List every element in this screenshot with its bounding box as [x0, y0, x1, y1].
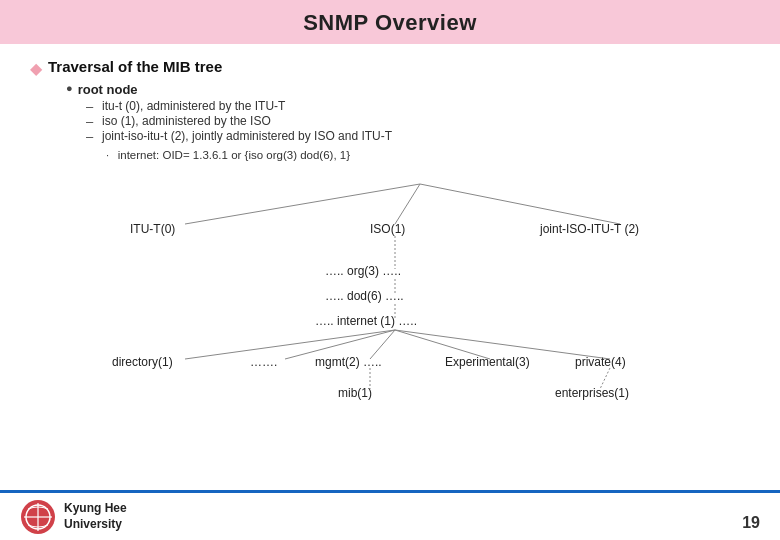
svg-line-1	[395, 184, 420, 224]
tree-node-dots: …….	[250, 355, 277, 369]
root-node-label: root node	[78, 82, 138, 97]
main-bullet: ◆ Traversal of the MIB tree	[30, 58, 750, 78]
tree-diagram: ITU-T(0) ISO(1) joint-ISO-ITU-T (2) ….. …	[30, 172, 750, 402]
tree-node-ent: enterprises(1)	[555, 386, 629, 400]
tree-node-joint: joint-ISO-ITU-T (2)	[540, 222, 639, 236]
university-name: Kyung HeeUniversity	[64, 501, 127, 532]
tree-node-org: ….. org(3) …..	[325, 264, 401, 278]
tree-node-mgmt: mgmt(2) …..	[315, 355, 382, 369]
root-node-item: ● root node	[66, 82, 750, 97]
root-bullet-dot: ●	[66, 82, 73, 94]
logo-area: Kyung HeeUniversity	[20, 499, 127, 535]
iso-item: – iso (1), administered by the ISO	[86, 114, 750, 129]
university-logo	[20, 499, 56, 535]
svg-line-0	[185, 184, 420, 224]
internet-oid-text: internet: OID= 1.3.6.1 or {iso org(3) do…	[118, 149, 350, 161]
itu-item: – itu-t (0), administered by the ITU-T	[86, 99, 750, 114]
traversal-label: Traversal of the MIB tree	[48, 58, 222, 75]
page-number: 19	[742, 514, 760, 532]
oid-dot: ∙	[106, 149, 109, 161]
dash-icon-3: –	[86, 129, 96, 144]
page-title: SNMP Overview	[0, 10, 780, 36]
tree-node-mib: mib(1)	[338, 386, 372, 400]
tree-node-dod: ….. dod(6) …..	[325, 289, 404, 303]
sub-list: ● root node – itu-t (0), administered by…	[66, 82, 750, 162]
svg-line-2	[420, 184, 620, 224]
diamond-icon: ◆	[30, 59, 42, 78]
tree-node-itu: ITU-T(0)	[130, 222, 175, 236]
tree-node-priv: private(4)	[575, 355, 626, 369]
tree-node-dir: directory(1)	[112, 355, 173, 369]
joint-text: joint-iso-itu-t (2), jointly administere…	[102, 129, 392, 143]
iso-text: iso (1), administered by the ISO	[102, 114, 271, 128]
joint-item: – joint-iso-itu-t (2), jointly administe…	[86, 129, 750, 144]
dash-icon-1: –	[86, 99, 96, 114]
page-header: SNMP Overview	[0, 0, 780, 44]
tree-node-iso: ISO(1)	[370, 222, 405, 236]
subsub-list: – itu-t (0), administered by the ITU-T –…	[86, 99, 750, 162]
internet-oid-row: ∙ internet: OID= 1.3.6.1 or {iso org(3) …	[106, 147, 750, 162]
itu-text: itu-t (0), administered by the ITU-T	[102, 99, 285, 113]
tree-node-exp: Experimental(3)	[445, 355, 530, 369]
dash-icon-2: –	[86, 114, 96, 129]
main-content: ◆ Traversal of the MIB tree ● root node …	[0, 44, 780, 402]
page-footer: Kyung HeeUniversity 19	[0, 490, 780, 540]
tree-node-internet: ….. internet (1) …..	[315, 314, 417, 328]
